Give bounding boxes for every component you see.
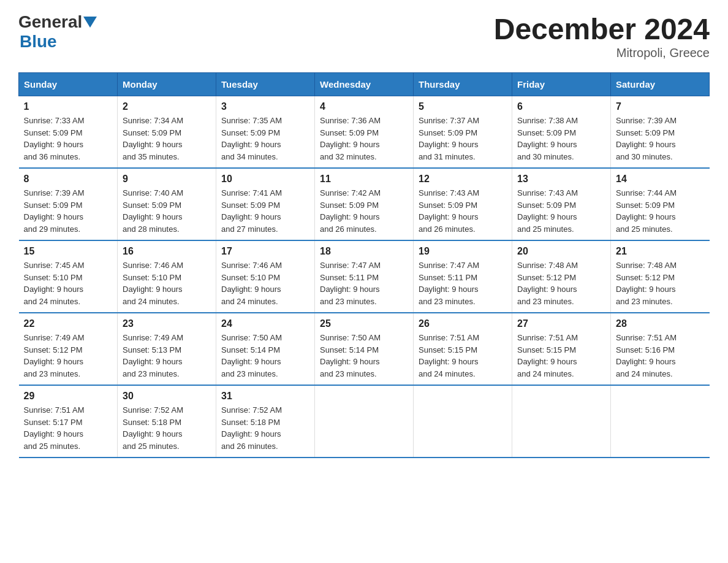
day-number: 21 [616, 246, 705, 257]
day-number: 26 [419, 318, 507, 329]
day-info: Sunrise: 7:51 AM Sunset: 5:15 PM Dayligh… [517, 332, 605, 380]
day-info: Sunrise: 7:47 AM Sunset: 5:11 PM Dayligh… [320, 259, 408, 307]
day-info: Sunrise: 7:52 AM Sunset: 5:18 PM Dayligh… [123, 404, 211, 452]
day-number: 5 [419, 101, 507, 112]
day-number: 10 [221, 174, 309, 185]
day-info: Sunrise: 7:50 AM Sunset: 5:14 PM Dayligh… [320, 332, 408, 380]
calendar-cell: 10 Sunrise: 7:41 AM Sunset: 5:09 PM Dayl… [216, 168, 315, 240]
calendar-cell: 27 Sunrise: 7:51 AM Sunset: 5:15 PM Dayl… [512, 313, 611, 385]
day-number: 14 [616, 174, 705, 185]
weekday-header-thursday: Thursday [414, 73, 512, 96]
calendar-cell: 13 Sunrise: 7:43 AM Sunset: 5:09 PM Dayl… [512, 168, 611, 240]
title-block: December 2024 Mitropoli, Greece [494, 12, 710, 60]
day-number: 24 [221, 318, 309, 329]
calendar-cell: 17 Sunrise: 7:46 AM Sunset: 5:10 PM Dayl… [216, 240, 315, 313]
week-row-4: 22 Sunrise: 7:49 AM Sunset: 5:12 PM Dayl… [19, 313, 710, 385]
day-info: Sunrise: 7:39 AM Sunset: 5:09 PM Dayligh… [24, 187, 113, 235]
calendar-cell: 24 Sunrise: 7:50 AM Sunset: 5:14 PM Dayl… [216, 313, 315, 385]
day-info: Sunrise: 7:48 AM Sunset: 5:12 PM Dayligh… [517, 259, 605, 307]
day-number: 12 [419, 174, 507, 185]
calendar-cell: 23 Sunrise: 7:49 AM Sunset: 5:13 PM Dayl… [118, 313, 216, 385]
calendar-cell: 22 Sunrise: 7:49 AM Sunset: 5:12 PM Dayl… [19, 313, 118, 385]
day-info: Sunrise: 7:45 AM Sunset: 5:10 PM Dayligh… [24, 259, 113, 307]
calendar-cell: 12 Sunrise: 7:43 AM Sunset: 5:09 PM Dayl… [414, 168, 512, 240]
day-info: Sunrise: 7:43 AM Sunset: 5:09 PM Dayligh… [517, 187, 605, 235]
calendar-cell: 21 Sunrise: 7:48 AM Sunset: 5:12 PM Dayl… [611, 240, 710, 313]
calendar-cell: 18 Sunrise: 7:47 AM Sunset: 5:11 PM Dayl… [315, 240, 414, 313]
day-number: 15 [24, 246, 113, 257]
calendar-cell: 11 Sunrise: 7:42 AM Sunset: 5:09 PM Dayl… [315, 168, 414, 240]
weekday-header-wednesday: Wednesday [315, 73, 414, 96]
calendar-cell: 19 Sunrise: 7:47 AM Sunset: 5:11 PM Dayl… [414, 240, 512, 313]
calendar-cell: 16 Sunrise: 7:46 AM Sunset: 5:10 PM Dayl… [118, 240, 216, 313]
calendar-cell: 31 Sunrise: 7:52 AM Sunset: 5:18 PM Dayl… [216, 385, 315, 458]
day-info: Sunrise: 7:46 AM Sunset: 5:10 PM Dayligh… [123, 259, 211, 307]
day-info: Sunrise: 7:44 AM Sunset: 5:09 PM Dayligh… [616, 187, 705, 235]
page-header: General Blue December 2024 Mitropoli, Gr… [18, 12, 710, 60]
calendar-cell: 30 Sunrise: 7:52 AM Sunset: 5:18 PM Dayl… [118, 385, 216, 458]
svg-marker-0 [83, 17, 97, 28]
day-info: Sunrise: 7:37 AM Sunset: 5:09 PM Dayligh… [419, 115, 507, 163]
week-row-1: 1 Sunrise: 7:33 AM Sunset: 5:09 PM Dayli… [19, 96, 710, 169]
calendar-cell: 3 Sunrise: 7:35 AM Sunset: 5:09 PM Dayli… [216, 96, 315, 169]
calendar-cell: 28 Sunrise: 7:51 AM Sunset: 5:16 PM Dayl… [611, 313, 710, 385]
day-info: Sunrise: 7:33 AM Sunset: 5:09 PM Dayligh… [24, 115, 113, 163]
day-number: 30 [123, 391, 211, 402]
week-row-2: 8 Sunrise: 7:39 AM Sunset: 5:09 PM Dayli… [19, 168, 710, 240]
day-number: 1 [24, 101, 113, 112]
calendar-cell: 20 Sunrise: 7:48 AM Sunset: 5:12 PM Dayl… [512, 240, 611, 313]
weekday-header-saturday: Saturday [611, 73, 710, 96]
weekday-header-friday: Friday [512, 73, 611, 96]
logo-general-text: General [18, 12, 82, 32]
calendar-cell [414, 385, 512, 458]
calendar-table: SundayMondayTuesdayWednesdayThursdayFrid… [18, 72, 710, 458]
day-number: 2 [123, 101, 211, 112]
calendar-cell: 6 Sunrise: 7:38 AM Sunset: 5:09 PM Dayli… [512, 96, 611, 169]
calendar-title: December 2024 [494, 12, 710, 46]
day-info: Sunrise: 7:35 AM Sunset: 5:09 PM Dayligh… [221, 115, 309, 163]
logo-triangle [83, 17, 97, 30]
calendar-subtitle: Mitropoli, Greece [494, 46, 710, 60]
calendar-cell: 7 Sunrise: 7:39 AM Sunset: 5:09 PM Dayli… [611, 96, 710, 169]
calendar-cell: 9 Sunrise: 7:40 AM Sunset: 5:09 PM Dayli… [118, 168, 216, 240]
day-info: Sunrise: 7:39 AM Sunset: 5:09 PM Dayligh… [616, 115, 705, 163]
day-info: Sunrise: 7:51 AM Sunset: 5:16 PM Dayligh… [616, 332, 705, 380]
weekday-header-row: SundayMondayTuesdayWednesdayThursdayFrid… [19, 73, 710, 96]
day-number: 29 [24, 391, 113, 402]
day-info: Sunrise: 7:41 AM Sunset: 5:09 PM Dayligh… [221, 187, 309, 235]
day-number: 6 [517, 101, 605, 112]
calendar-cell: 8 Sunrise: 7:39 AM Sunset: 5:09 PM Dayli… [19, 168, 118, 240]
day-info: Sunrise: 7:49 AM Sunset: 5:13 PM Dayligh… [123, 332, 211, 380]
calendar-cell: 2 Sunrise: 7:34 AM Sunset: 5:09 PM Dayli… [118, 96, 216, 169]
day-info: Sunrise: 7:52 AM Sunset: 5:18 PM Dayligh… [221, 404, 309, 452]
week-row-3: 15 Sunrise: 7:45 AM Sunset: 5:10 PM Dayl… [19, 240, 710, 313]
day-number: 22 [24, 318, 113, 329]
day-info: Sunrise: 7:46 AM Sunset: 5:10 PM Dayligh… [221, 259, 309, 307]
day-info: Sunrise: 7:48 AM Sunset: 5:12 PM Dayligh… [616, 259, 705, 307]
day-info: Sunrise: 7:42 AM Sunset: 5:09 PM Dayligh… [320, 187, 408, 235]
weekday-header-tuesday: Tuesday [216, 73, 315, 96]
day-number: 28 [616, 318, 705, 329]
day-info: Sunrise: 7:47 AM Sunset: 5:11 PM Dayligh… [419, 259, 507, 307]
day-number: 18 [320, 246, 408, 257]
weekday-header-monday: Monday [118, 73, 216, 96]
day-number: 9 [123, 174, 211, 185]
day-number: 7 [616, 101, 705, 112]
day-number: 17 [221, 246, 309, 257]
logo: General Blue [18, 12, 97, 52]
day-number: 25 [320, 318, 408, 329]
day-info: Sunrise: 7:51 AM Sunset: 5:17 PM Dayligh… [24, 404, 113, 452]
day-number: 4 [320, 101, 408, 112]
day-info: Sunrise: 7:43 AM Sunset: 5:09 PM Dayligh… [419, 187, 507, 235]
day-number: 13 [517, 174, 605, 185]
calendar-cell: 14 Sunrise: 7:44 AM Sunset: 5:09 PM Dayl… [611, 168, 710, 240]
day-number: 8 [24, 174, 113, 185]
day-info: Sunrise: 7:34 AM Sunset: 5:09 PM Dayligh… [123, 115, 211, 163]
day-number: 27 [517, 318, 605, 329]
calendar-cell: 1 Sunrise: 7:33 AM Sunset: 5:09 PM Dayli… [19, 96, 118, 169]
week-row-5: 29 Sunrise: 7:51 AM Sunset: 5:17 PM Dayl… [19, 385, 710, 458]
day-number: 23 [123, 318, 211, 329]
day-info: Sunrise: 7:50 AM Sunset: 5:14 PM Dayligh… [221, 332, 309, 380]
day-number: 3 [221, 101, 309, 112]
day-number: 19 [419, 246, 507, 257]
